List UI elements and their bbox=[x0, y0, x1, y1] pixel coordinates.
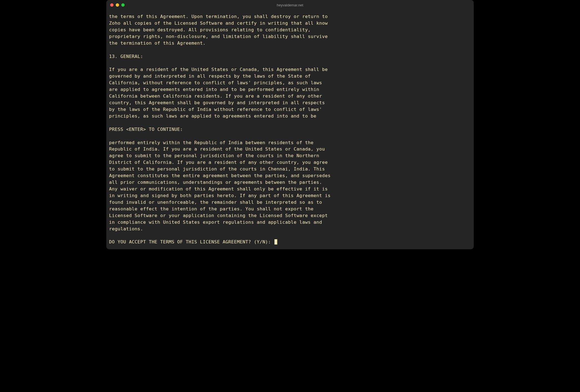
terminal-line: by the laws of the Republic of India wit… bbox=[109, 106, 471, 113]
terminal-line: the termination of this Agreement. bbox=[109, 40, 471, 47]
terminal-line: Licensed Software or your application co… bbox=[109, 212, 471, 219]
traffic-lights bbox=[110, 3, 125, 7]
blank-line bbox=[109, 47, 471, 53]
blank-line bbox=[109, 133, 471, 139]
terminal-line: the terms of this Agreement. Upon termin… bbox=[109, 13, 471, 20]
terminal-line: regulations. bbox=[109, 226, 471, 232]
terminal-line: agree to submit to the personal jurisdic… bbox=[109, 152, 471, 159]
terminal-line: in writing and signed by both parties he… bbox=[109, 192, 471, 199]
terminal-line: Agreement constitutes the entire agreeme… bbox=[109, 172, 471, 179]
titlebar: heyvaldemar.net bbox=[106, 0, 474, 10]
terminal-line: Zoho all copies of the Licensed Software… bbox=[109, 20, 471, 27]
terminal-line: governed by and interpreted in all respe… bbox=[109, 73, 471, 80]
maximize-button[interactable] bbox=[121, 3, 125, 7]
terminal-line: all prior communications, understandings… bbox=[109, 179, 471, 186]
terminal-line: country, this Agreement shall be governe… bbox=[109, 100, 471, 106]
prompt-text: DO YOU ACCEPT THE TERMS OF THIS LICENSE … bbox=[109, 239, 274, 245]
terminal-line: 13. GENERAL: bbox=[109, 53, 471, 60]
terminal-line: California between California residents.… bbox=[109, 93, 471, 100]
blank-line bbox=[109, 60, 471, 66]
terminal-line: California, without reference to conflic… bbox=[109, 80, 471, 86]
terminal-line: Republic of India. If you are a resident… bbox=[109, 146, 471, 152]
terminal-line: are applied to agreements entered into a… bbox=[109, 86, 471, 93]
terminal-window: heyvaldemar.net the terms of this Agreem… bbox=[106, 0, 474, 249]
terminal-line: performed entirely within the Republic o… bbox=[109, 139, 471, 146]
terminal-content[interactable]: the terms of this Agreement. Upon termin… bbox=[106, 10, 474, 249]
blank-line bbox=[109, 232, 471, 239]
terminal-line: copies have been destroyed. All provisio… bbox=[109, 27, 471, 33]
accept-prompt[interactable]: DO YOU ACCEPT THE TERMS OF THIS LICENSE … bbox=[109, 239, 471, 245]
terminal-line: District of California. If you are a res… bbox=[109, 159, 471, 166]
minimize-button[interactable] bbox=[116, 3, 119, 7]
window-title: heyvaldemar.net bbox=[110, 3, 470, 7]
blank-line bbox=[109, 119, 471, 126]
terminal-line: to submit to the personal jurisdiction o… bbox=[109, 166, 471, 172]
terminal-line: found invalid or unenforceable, the rema… bbox=[109, 199, 471, 206]
terminal-line: Any waiver or modification of this Agree… bbox=[109, 186, 471, 192]
close-button[interactable] bbox=[110, 3, 114, 7]
terminal-line: reasonable effect the intention of the p… bbox=[109, 206, 471, 212]
cursor bbox=[274, 239, 277, 245]
terminal-line: If you are a resident of the United Stat… bbox=[109, 66, 471, 73]
terminal-line: proprietary rights, non-disclosure, and … bbox=[109, 33, 471, 40]
terminal-line: principles, as such laws are applied to … bbox=[109, 113, 471, 119]
terminal-line: in compliance with United States export … bbox=[109, 219, 471, 226]
terminal-line: PRESS <ENTER> TO CONTINUE: bbox=[109, 126, 471, 133]
